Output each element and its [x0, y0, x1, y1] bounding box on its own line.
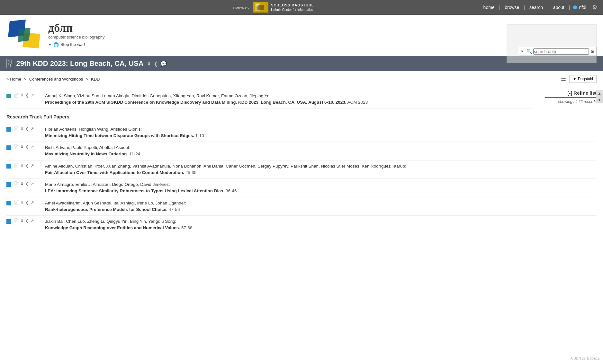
entry-doc-icon[interactable]: 📄 — [14, 126, 19, 131]
entry-download-icon[interactable]: ⬇ — [20, 126, 24, 131]
table-row: 📄 ⬇ ❮ ↗ Rishi Advani, Paolo Papotti, Abo… — [6, 142, 597, 160]
main-entry-icons: 📄 ⬇ ❮ ↗ — [14, 93, 42, 98]
schloss-logo — [253, 2, 268, 13]
entry-doc-icon[interactable]: 📄 — [14, 93, 19, 98]
refine-title[interactable]: [-] Refine list — [545, 90, 597, 98]
entry-download-icon[interactable]: ⬇ — [20, 200, 24, 205]
logo-text-section: дблп computer science bibliography ▼ 🌐 S… — [48, 21, 105, 47]
entry-icons: 📄 ⬇ ❮ ↗ — [14, 181, 42, 186]
breadcrumb-sep2: > — [24, 77, 28, 82]
entry-pages: 36-46 — [226, 188, 237, 193]
entry-cite-icon[interactable]: ❮ — [25, 181, 29, 186]
nav-home[interactable]: home — [479, 5, 499, 10]
main-entry-title: Proceedings of the 29th ACM SIGKDD Confe… — [45, 100, 346, 105]
service-label-area: a service of SCHLOSS DAGSTUHL Leibniz Ce… — [232, 2, 314, 13]
breadcrumb: > Home > Conferences and Workshops > KDD — [6, 77, 100, 82]
entry-share-icon[interactable]: ↗ — [31, 181, 34, 186]
search-dropdown-arrow[interactable]: ▼ — [519, 49, 525, 53]
table-row: 📄 ⬇ ❮ ↗ Mario Almagro, Emilio J. Almazán… — [6, 179, 597, 197]
table-row: 📄 ⬇ ❮ ↗ Amel Awadelkarim, Arjun Seshadri… — [6, 197, 597, 216]
entry-share-icon[interactable]: ↗ — [31, 163, 34, 168]
title-icons: ⬇ ❮ 💬 — [147, 61, 167, 67]
entry-doc-icon[interactable]: 📄 — [14, 163, 19, 168]
entry-cite-icon[interactable]: ❮ — [25, 126, 29, 131]
entry-share-icon[interactable]: ↗ — [31, 126, 34, 131]
entry-pages: 57-68 — [181, 225, 193, 230]
main-entry-authors: Ambuj K. Singh, Yizhou Sun, Leman Akoglu… — [45, 93, 271, 98]
entry-authors: Rishi Advani, Paolo Papotti, Abolfazl As… — [45, 145, 131, 150]
search-box: ▼ 🔍 ⚙ — [519, 47, 597, 56]
entry-pages: 25-35 — [185, 170, 197, 175]
download-icon[interactable]: ⬇ — [147, 61, 151, 67]
entry-share-icon[interactable]: ↗ — [31, 93, 34, 98]
entry-cite-icon[interactable]: ❮ — [25, 200, 29, 205]
entry-doc-icon[interactable]: 📄 — [14, 144, 19, 149]
expand-collapse-btn[interactable]: [+] [-] — [6, 59, 13, 68]
scroll-up[interactable]: ▲ — [596, 90, 603, 97]
entry-share-icon[interactable]: ↗ — [31, 200, 34, 205]
nav-search[interactable]: search — [525, 5, 547, 10]
search-magnifier-icon: 🔍 — [525, 49, 533, 54]
nav-nfdi[interactable]: nfdi — [570, 5, 590, 10]
list-icon[interactable]: ☰ — [561, 75, 566, 82]
entry-color-indicator — [6, 145, 11, 150]
nav-links: home | browse | search | about | nfdi ⚙ — [479, 4, 600, 11]
showing-text: showing all ?? records — [545, 100, 597, 104]
main-entry: 📄 ⬇ ❮ ↗ Ambuj K. Singh, Yizhou Sun, Lema… — [6, 90, 532, 109]
entry-download-icon[interactable]: ⬇ — [20, 163, 24, 168]
entry-doc-icon[interactable]: 📄 — [14, 181, 19, 186]
entry-pages: 47-56 — [169, 207, 180, 212]
main-entry-row: 📄 ⬇ ❮ ↗ Ambuj K. Singh, Yizhou Sun, Lema… — [6, 90, 597, 109]
section-header-research: Research Track Full Papers — [6, 109, 597, 122]
table-row: 📄 ⬇ ❮ ↗ Amine Allouah, Christian Kroer, … — [6, 160, 597, 179]
entry-cite-icon[interactable]: ❮ — [25, 163, 29, 168]
scroll-down[interactable]: ▼ — [596, 97, 603, 103]
entry-download-icon[interactable]: ⬇ — [20, 181, 24, 186]
search-input[interactable] — [533, 48, 589, 55]
search-advanced-icon[interactable]: ⚙ — [589, 47, 596, 56]
papers-list: 📄 ⬇ ❮ ↗ Florian Adriaens, Honglian Wang,… — [6, 124, 597, 234]
main-entry-venue: ACM 2023 — [347, 100, 368, 105]
dagstuhl-button[interactable]: ▼ Dagstuhl — [569, 75, 597, 83]
citation-icon[interactable]: ❮ — [154, 61, 158, 67]
entry-cite-icon[interactable]: ❮ — [25, 93, 29, 98]
entry-download-icon[interactable]: ⬇ — [20, 144, 24, 149]
entry-color-indicator — [6, 182, 11, 187]
entry-authors: Jiaxin Bai, Chen Luo, Zheng Li, Qingyu Y… — [45, 219, 176, 224]
nav-browse[interactable]: browse — [500, 5, 524, 10]
search-area: ▼ 🔍 ⚙ — [519, 28, 597, 56]
entry-share-icon[interactable]: ↗ — [31, 218, 34, 223]
stop-war-link[interactable]: ▼ 🌐 Stop the war! — [48, 42, 105, 47]
entry-share-icon[interactable]: ↗ — [31, 144, 34, 149]
entry-text: Florian Adriaens, Honglian Wang, Aristid… — [45, 126, 597, 139]
entry-pages: 11-24 — [129, 152, 140, 156]
entry-title: Fair Allocation Over Time, with Applicat… — [45, 170, 184, 175]
breadcrumb-right: ☰ ▼ Dagstuhl — [561, 75, 597, 83]
entry-cite-icon[interactable]: ❮ — [25, 218, 29, 223]
breadcrumb-sep3: > — [86, 77, 89, 82]
entry-authors: Florian Adriaens, Honglian Wang, Aristid… — [45, 127, 142, 132]
entry-text: Amel Awadelkarim, Arjun Seshadri, Itai A… — [45, 200, 597, 213]
gear-icon[interactable]: ⚙ — [590, 4, 600, 11]
stop-war-arrow: ▼ — [48, 43, 52, 47]
breadcrumb-home[interactable]: Home — [10, 77, 21, 82]
chat-icon[interactable]: 💬 — [160, 61, 167, 67]
breadcrumb-conferences[interactable]: Conferences and Workshops — [29, 77, 83, 82]
table-row: 📄 ⬇ ❮ ↗ Florian Adriaens, Honglian Wang,… — [6, 124, 597, 142]
scroll-arrows: ▲ ▼ — [596, 90, 603, 103]
entry-icons: 📄 ⬇ ❮ ↗ — [14, 144, 42, 149]
nfdi-dot — [573, 5, 577, 9]
entry-download-icon[interactable]: ⬇ — [20, 218, 24, 223]
dblp-logo — [6, 18, 45, 50]
entry-color-indicator — [6, 94, 11, 98]
entry-doc-icon[interactable]: 📄 — [14, 218, 19, 223]
entry-cite-icon[interactable]: ❮ — [25, 144, 29, 149]
dblp-title: дблп — [48, 21, 105, 35]
entry-icons: 📄 ⬇ ❮ ↗ — [14, 218, 42, 223]
entry-download-icon[interactable]: ⬇ — [20, 93, 24, 98]
nav-about[interactable]: about — [549, 5, 569, 10]
entry-doc-icon[interactable]: 📄 — [14, 200, 19, 205]
header-wrapper: дблп computer science bibliography ▼ 🌐 S… — [0, 15, 603, 56]
breadcrumb-series[interactable]: KDD — [91, 77, 100, 82]
svg-rect-2 — [257, 5, 264, 10]
